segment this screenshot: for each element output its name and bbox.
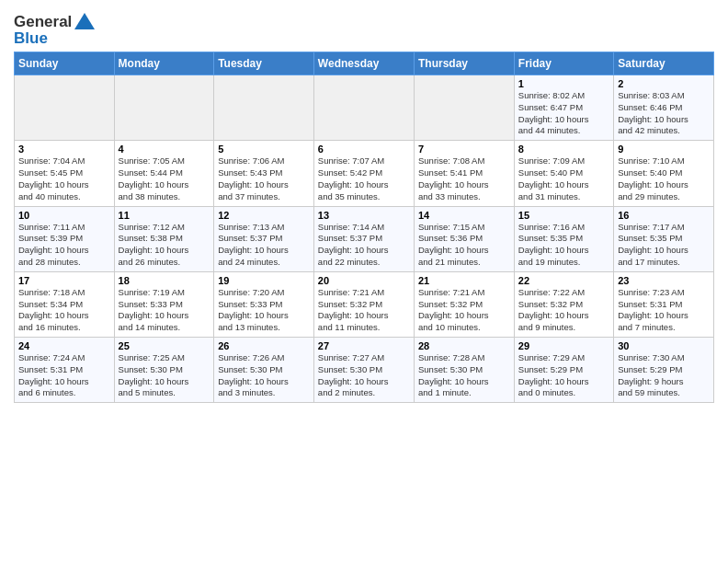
day-info: Sunrise: 7:13 AM Sunset: 5:37 PM Dayligh… (218, 222, 310, 269)
calendar-cell: 9Sunrise: 7:10 AM Sunset: 5:40 PM Daylig… (614, 141, 714, 206)
calendar-table: SundayMondayTuesdayWednesdayThursdayFrid… (14, 52, 714, 403)
day-number: 27 (318, 340, 410, 351)
svg-rect-2 (78, 25, 91, 27)
day-number: 4 (119, 144, 210, 155)
day-number: 14 (418, 210, 510, 221)
svg-rect-3 (76, 28, 93, 29)
day-info: Sunrise: 7:26 AM Sunset: 5:30 PM Dayligh… (218, 352, 310, 399)
day-number: 20 (318, 275, 410, 286)
day-number: 2 (618, 78, 710, 89)
calendar-cell: 23Sunrise: 7:23 AM Sunset: 5:31 PM Dayli… (614, 271, 714, 337)
calendar-cell: 27Sunrise: 7:27 AM Sunset: 5:30 PM Dayli… (313, 338, 414, 403)
day-info: Sunrise: 7:12 AM Sunset: 5:38 PM Dayligh… (119, 222, 210, 269)
day-info: Sunrise: 7:22 AM Sunset: 5:32 PM Dayligh… (518, 287, 609, 334)
day-info: Sunrise: 7:06 AM Sunset: 5:43 PM Dayligh… (218, 155, 310, 202)
day-number: 12 (218, 210, 310, 221)
day-info: Sunrise: 7:29 AM Sunset: 5:29 PM Dayligh… (518, 352, 609, 399)
svg-marker-0 (74, 13, 95, 29)
weekday-header-thursday: Thursday (414, 52, 514, 75)
calendar-cell: 18Sunrise: 7:19 AM Sunset: 5:33 PM Dayli… (114, 271, 214, 337)
day-info: Sunrise: 7:15 AM Sunset: 5:36 PM Dayligh… (418, 222, 510, 269)
day-info: Sunrise: 7:08 AM Sunset: 5:41 PM Dayligh… (418, 155, 510, 202)
calendar-cell: 10Sunrise: 7:11 AM Sunset: 5:39 PM Dayli… (15, 206, 115, 271)
day-info: Sunrise: 7:20 AM Sunset: 5:33 PM Dayligh… (218, 287, 310, 334)
weekday-header-tuesday: Tuesday (214, 52, 314, 75)
calendar-cell: 11Sunrise: 7:12 AM Sunset: 5:38 PM Dayli… (114, 206, 214, 271)
calendar-week-row: 10Sunrise: 7:11 AM Sunset: 5:39 PM Dayli… (15, 206, 714, 271)
calendar-cell: 25Sunrise: 7:25 AM Sunset: 5:30 PM Dayli… (114, 338, 214, 403)
day-number: 25 (119, 340, 210, 351)
day-number: 6 (318, 144, 410, 155)
calendar-cell: 22Sunrise: 7:22 AM Sunset: 5:32 PM Dayli… (514, 271, 613, 337)
day-number: 21 (418, 275, 510, 286)
day-info: Sunrise: 7:21 AM Sunset: 5:32 PM Dayligh… (418, 287, 510, 334)
day-info: Sunrise: 7:07 AM Sunset: 5:42 PM Dayligh… (318, 155, 410, 202)
calendar-cell: 3Sunrise: 7:04 AM Sunset: 5:45 PM Daylig… (15, 141, 115, 206)
calendar-cell: 8Sunrise: 7:09 AM Sunset: 5:40 PM Daylig… (514, 141, 613, 206)
day-info: Sunrise: 8:03 AM Sunset: 6:46 PM Dayligh… (618, 90, 710, 137)
day-number: 23 (618, 275, 710, 286)
day-number: 17 (18, 275, 110, 286)
day-info: Sunrise: 7:10 AM Sunset: 5:40 PM Dayligh… (618, 155, 710, 202)
day-info: Sunrise: 7:21 AM Sunset: 5:32 PM Dayligh… (318, 287, 410, 334)
calendar-week-row: 24Sunrise: 7:24 AM Sunset: 5:31 PM Dayli… (15, 338, 714, 403)
calendar-cell (15, 75, 115, 141)
logo-bird-icon (74, 13, 95, 29)
day-number: 5 (218, 144, 310, 155)
weekday-header-row: SundayMondayTuesdayWednesdayThursdayFrid… (15, 52, 714, 75)
day-info: Sunrise: 7:09 AM Sunset: 5:40 PM Dayligh… (518, 155, 609, 202)
calendar-week-row: 1Sunrise: 8:02 AM Sunset: 6:47 PM Daylig… (15, 75, 714, 141)
calendar-cell: 26Sunrise: 7:26 AM Sunset: 5:30 PM Dayli… (214, 338, 314, 403)
calendar-cell: 24Sunrise: 7:24 AM Sunset: 5:31 PM Dayli… (15, 338, 115, 403)
calendar-cell (114, 75, 214, 141)
calendar-cell: 29Sunrise: 7:29 AM Sunset: 5:29 PM Dayli… (514, 338, 613, 403)
day-info: Sunrise: 7:11 AM Sunset: 5:39 PM Dayligh… (18, 222, 110, 269)
day-number: 26 (218, 340, 310, 351)
day-info: Sunrise: 7:05 AM Sunset: 5:44 PM Dayligh… (119, 155, 210, 202)
day-info: Sunrise: 7:14 AM Sunset: 5:37 PM Dayligh… (318, 222, 410, 269)
header: General Blue (14, 9, 714, 48)
calendar-cell: 6Sunrise: 7:07 AM Sunset: 5:42 PM Daylig… (313, 141, 414, 206)
day-number: 11 (119, 210, 210, 221)
day-number: 16 (618, 210, 710, 221)
weekday-header-saturday: Saturday (614, 52, 714, 75)
weekday-header-sunday: Sunday (15, 52, 115, 75)
weekday-header-friday: Friday (514, 52, 613, 75)
calendar-cell: 2Sunrise: 8:03 AM Sunset: 6:46 PM Daylig… (614, 75, 714, 141)
calendar-week-row: 3Sunrise: 7:04 AM Sunset: 5:45 PM Daylig… (15, 141, 714, 206)
day-info: Sunrise: 7:16 AM Sunset: 5:35 PM Dayligh… (518, 222, 609, 269)
calendar-cell: 28Sunrise: 7:28 AM Sunset: 5:30 PM Dayli… (414, 338, 514, 403)
day-number: 7 (418, 144, 510, 155)
day-info: Sunrise: 7:17 AM Sunset: 5:35 PM Dayligh… (618, 222, 710, 269)
calendar-cell: 13Sunrise: 7:14 AM Sunset: 5:37 PM Dayli… (313, 206, 414, 271)
calendar-cell: 15Sunrise: 7:16 AM Sunset: 5:35 PM Dayli… (514, 206, 613, 271)
calendar-cell (313, 75, 414, 141)
day-info: Sunrise: 8:02 AM Sunset: 6:47 PM Dayligh… (518, 90, 609, 137)
logo-general-text: General (14, 13, 72, 31)
calendar-week-row: 17Sunrise: 7:18 AM Sunset: 5:34 PM Dayli… (15, 271, 714, 337)
day-number: 28 (418, 340, 510, 351)
day-info: Sunrise: 7:19 AM Sunset: 5:33 PM Dayligh… (119, 287, 210, 334)
logo-blue-text: Blue (14, 29, 48, 48)
calendar-cell: 20Sunrise: 7:21 AM Sunset: 5:32 PM Dayli… (313, 271, 414, 337)
day-number: 10 (18, 210, 110, 221)
day-number: 22 (518, 275, 609, 286)
calendar-cell (214, 75, 314, 141)
day-number: 29 (518, 340, 609, 351)
day-info: Sunrise: 7:28 AM Sunset: 5:30 PM Dayligh… (418, 352, 510, 399)
calendar-cell: 30Sunrise: 7:30 AM Sunset: 5:29 PM Dayli… (614, 338, 714, 403)
calendar-cell: 5Sunrise: 7:06 AM Sunset: 5:43 PM Daylig… (214, 141, 314, 206)
day-info: Sunrise: 7:30 AM Sunset: 5:29 PM Dayligh… (618, 352, 710, 399)
day-number: 24 (18, 340, 110, 351)
day-number: 9 (618, 144, 710, 155)
calendar-cell: 12Sunrise: 7:13 AM Sunset: 5:37 PM Dayli… (214, 206, 314, 271)
day-info: Sunrise: 7:04 AM Sunset: 5:45 PM Dayligh… (18, 155, 110, 202)
svg-rect-1 (80, 22, 89, 24)
day-number: 3 (18, 144, 110, 155)
calendar-cell: 4Sunrise: 7:05 AM Sunset: 5:44 PM Daylig… (114, 141, 214, 206)
day-number: 18 (119, 275, 210, 286)
calendar-cell: 17Sunrise: 7:18 AM Sunset: 5:34 PM Dayli… (15, 271, 115, 337)
calendar-cell: 21Sunrise: 7:21 AM Sunset: 5:32 PM Dayli… (414, 271, 514, 337)
day-info: Sunrise: 7:25 AM Sunset: 5:30 PM Dayligh… (119, 352, 210, 399)
calendar-cell: 19Sunrise: 7:20 AM Sunset: 5:33 PM Dayli… (214, 271, 314, 337)
